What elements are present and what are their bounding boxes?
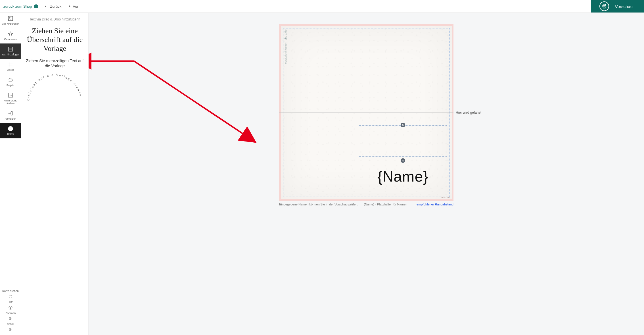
drag-multiline-template[interactable]: Ziehen Sie mehrzeiligen Text auf die Vor… xyxy=(25,58,84,68)
card-footer: Eingegebene Namen können Sie in der Vors… xyxy=(279,203,453,206)
redo-label: Vor xyxy=(73,4,78,9)
rotate-icon[interactable] xyxy=(8,294,13,299)
help-footer-icon[interactable]: ? xyxy=(8,305,13,310)
undo-button[interactable]: Zurück xyxy=(44,4,61,9)
cloud-icon xyxy=(8,77,13,83)
rail-background[interactable]: Hintergrund ändern xyxy=(0,90,21,108)
zoom-value: 100% xyxy=(7,323,14,326)
redo-button[interactable]: Vor xyxy=(67,4,78,9)
back-to-shop-link[interactable]: zurück zum Shop xyxy=(3,4,39,9)
text-icon xyxy=(8,46,13,52)
image-icon xyxy=(8,16,13,21)
rail-label: Ornamente xyxy=(4,38,17,41)
svg-text:?: ? xyxy=(10,307,11,309)
zoom-in-icon[interactable] xyxy=(8,317,13,321)
tool-rail: Bild hinzufügen Ornamente Text hinzufüge… xyxy=(0,13,21,335)
svg-rect-4 xyxy=(9,16,13,21)
login-icon xyxy=(8,111,13,116)
footer-hint-right[interactable]: empfohlener Randabstand xyxy=(417,203,453,206)
card-wrap: www.tischkarten-shop.de Hier wird gefalt… xyxy=(279,24,453,206)
fold-line xyxy=(279,113,453,113)
svg-line-17 xyxy=(134,61,245,135)
rail-ornaments[interactable]: Ornamente xyxy=(0,28,21,43)
rail-label: Bild hinzufügen xyxy=(2,22,19,25)
footer-hint-left: Eingegebene Namen können Sie in der Vors… xyxy=(279,203,358,206)
rail-label: Projekt xyxy=(7,84,14,87)
zoom-out-icon[interactable] xyxy=(8,328,13,332)
panel-hint: Text via Drag & Drop hinzufügenn xyxy=(25,17,84,21)
header-right: Vorschau xyxy=(591,0,644,13)
rail-login[interactable]: Anmelden xyxy=(0,108,21,123)
blocks-icon xyxy=(8,62,13,67)
bleed-label: Beschnitt xyxy=(441,196,450,199)
canvas-area[interactable]: www.tischkarten-shop.de Hier wird gefalt… xyxy=(89,13,644,335)
rotate-handle[interactable] xyxy=(401,123,405,127)
rail-add-image[interactable]: Bild hinzufügen xyxy=(0,13,21,28)
help-label: Hilfe xyxy=(8,301,13,304)
rail-label: Anmelden xyxy=(5,117,16,120)
main-area: Bild hinzufügen Ornamente Text hinzufüge… xyxy=(0,13,644,335)
rail-label: Text hinzufügen xyxy=(1,53,19,56)
rail-helper[interactable]: ? Helfer xyxy=(0,123,21,138)
svg-text:?: ? xyxy=(9,127,11,130)
text-options-panel: Text via Drag & Drop hinzufügenn Ziehen … xyxy=(21,13,89,335)
svg-rect-0 xyxy=(34,5,38,8)
rail-project[interactable]: Projekt xyxy=(0,74,21,90)
rotate-handle[interactable] xyxy=(401,158,405,163)
help-icon: ? xyxy=(8,126,13,132)
svg-marker-6 xyxy=(8,32,13,36)
fold-label: Hier wird gefaltet xyxy=(456,111,481,115)
rail-add-text[interactable]: Text hinzufügen xyxy=(0,43,21,59)
ornament-icon xyxy=(8,31,13,37)
undo-label: Zurück xyxy=(50,4,61,9)
rail-footer: Karte drehen Hilfe ? Zoomen 100% xyxy=(0,290,21,335)
back-to-shop-label: zurück zum Shop xyxy=(3,4,32,9)
circle-text-label: Kreistext auf die Vorlage ziehen xyxy=(27,74,83,101)
svg-rect-3 xyxy=(603,7,606,8)
rotate-card-label: Karte drehen xyxy=(2,290,19,293)
printer-icon xyxy=(599,1,609,11)
preview-label: Vorschau xyxy=(615,4,633,9)
svg-point-5 xyxy=(9,17,10,18)
shop-icon xyxy=(34,4,39,9)
svg-rect-9 xyxy=(9,93,13,97)
svg-rect-8 xyxy=(9,63,12,66)
rail-label: Helfer xyxy=(7,133,14,136)
rail-label: Blöcke xyxy=(7,68,14,71)
card-template[interactable]: www.tischkarten-shop.de Hier wird gefalt… xyxy=(279,24,453,201)
rail-blocks[interactable]: Blöcke xyxy=(0,59,21,74)
preview-button[interactable]: Vorschau xyxy=(591,0,644,13)
redo-icon xyxy=(67,4,71,8)
instruction-arrow xyxy=(89,50,262,146)
footer-hint-mid: {Name} - Platzhalter für Namen xyxy=(364,203,407,206)
rail-label: Hintergrund ändern xyxy=(1,99,20,105)
drag-circle-text-template[interactable]: Kreistext auf die Vorlage ziehen xyxy=(25,74,84,105)
drag-heading-template[interactable]: Ziehen Sie eine Überschrift auf die Vorl… xyxy=(25,26,84,53)
app-header: zurück zum Shop Zurück Vor Vorschau xyxy=(0,0,644,13)
name-placeholder-text: {Name} xyxy=(377,168,428,185)
undo-icon xyxy=(44,4,48,8)
name-placeholder-box[interactable]: {Name} xyxy=(359,161,447,192)
text-placeholder-empty[interactable] xyxy=(359,125,447,157)
zoom-label: Zoomen xyxy=(5,312,16,315)
background-icon xyxy=(8,92,13,98)
watermark-text: www.tischkarten-shop.de xyxy=(284,29,287,64)
header-left: zurück zum Shop Zurück Vor xyxy=(0,4,78,9)
